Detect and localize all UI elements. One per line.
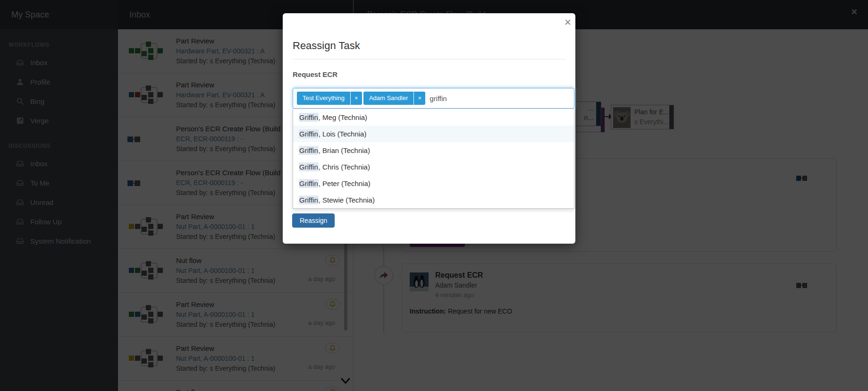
match-highlight: Griffin: [299, 179, 319, 188]
remove-tag-icon[interactable]: ×: [350, 92, 362, 105]
assignee-tag: Test Everything×: [297, 92, 362, 105]
assignee-tag-label: Test Everything: [297, 92, 350, 105]
assignee-option[interactable]: Griffin, Lois (Technia): [293, 126, 574, 142]
assignee-option[interactable]: Griffin, Meg (Technia): [293, 109, 574, 126]
assignee-option[interactable]: Griffin, Stewie (Technia): [293, 192, 574, 208]
assignee-tag: Adam Sandler×: [363, 92, 425, 105]
assignee-option[interactable]: Griffin, Brian (Technia): [293, 142, 574, 159]
match-highlight: Griffin: [299, 162, 319, 171]
match-highlight: Griffin: [299, 196, 319, 204]
divider: [293, 59, 566, 60]
app-root: My Space WORKFLOWSInboxProfileBingVergeD…: [0, 0, 868, 391]
assignee-option[interactable]: Griffin, Chris (Technia): [293, 159, 574, 175]
assignees-input[interactable]: Test Everything×Adam Sandler×: [293, 88, 574, 109]
assignee-tags: Test Everything×Adam Sandler×: [297, 92, 427, 105]
reassign-task-modal: ✕ Reassign Task Request ECR Assignees * …: [283, 13, 575, 244]
assignee-search-input[interactable]: [427, 94, 570, 102]
assignee-dropdown: Griffin, Meg (Technia)Griffin, Lois (Tec…: [293, 109, 574, 209]
close-icon[interactable]: ✕: [564, 18, 572, 27]
reassign-button[interactable]: Reassign: [292, 213, 335, 228]
modal-title: Reassign Task: [293, 40, 360, 52]
match-highlight: Griffin: [299, 129, 319, 138]
remove-tag-icon[interactable]: ×: [413, 92, 425, 105]
match-highlight: Griffin: [299, 146, 319, 155]
assignee-tag-label: Adam Sandler: [363, 92, 413, 105]
match-highlight: Griffin: [299, 113, 319, 122]
task-name-label: Request ECR: [293, 70, 337, 78]
assignee-option[interactable]: Griffin, Peter (Technia): [293, 175, 574, 192]
